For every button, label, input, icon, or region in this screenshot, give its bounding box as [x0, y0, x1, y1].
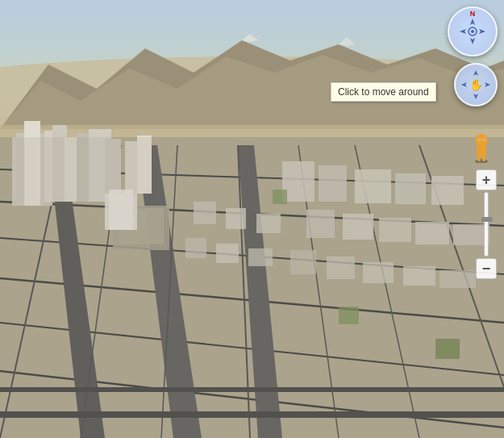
compass-arrows — [456, 15, 489, 48]
svg-marker-76 — [485, 82, 490, 87]
pan-control[interactable]: ✋ — [454, 63, 498, 106]
compass-control[interactable]: N — [448, 6, 498, 56]
svg-rect-79 — [477, 145, 486, 156]
svg-marker-67 — [470, 19, 475, 25]
move-tooltip: Click to move around — [331, 82, 436, 102]
pegman-icon — [470, 131, 493, 163]
svg-point-83 — [478, 139, 480, 140]
map-scene — [0, 0, 504, 438]
svg-point-80 — [475, 134, 488, 147]
zoom-slider[interactable] — [484, 192, 489, 257]
compass-north-label: N — [470, 10, 476, 18]
svg-rect-86 — [482, 155, 485, 161]
zoom-controls[interactable]: + − — [475, 169, 498, 279]
svg-point-84 — [483, 139, 485, 140]
map-container[interactable]: Click to move around N — [0, 0, 504, 438]
pan-arrows: ✋ — [458, 67, 494, 102]
svg-marker-68 — [470, 38, 475, 44]
pegman-control[interactable] — [470, 131, 493, 163]
zoom-out-button[interactable]: − — [476, 258, 497, 279]
svg-point-72 — [471, 30, 474, 33]
zoom-in-button[interactable]: + — [476, 169, 497, 190]
svg-marker-74 — [473, 94, 478, 99]
svg-rect-66 — [0, 137, 504, 438]
svg-point-78 — [475, 159, 488, 163]
svg-marker-70 — [479, 29, 485, 34]
svg-marker-69 — [460, 29, 466, 34]
svg-text:✋: ✋ — [469, 78, 484, 92]
zoom-slider-thumb[interactable] — [481, 217, 493, 222]
svg-marker-73 — [473, 70, 478, 76]
svg-rect-85 — [477, 155, 481, 161]
svg-marker-75 — [461, 82, 467, 87]
